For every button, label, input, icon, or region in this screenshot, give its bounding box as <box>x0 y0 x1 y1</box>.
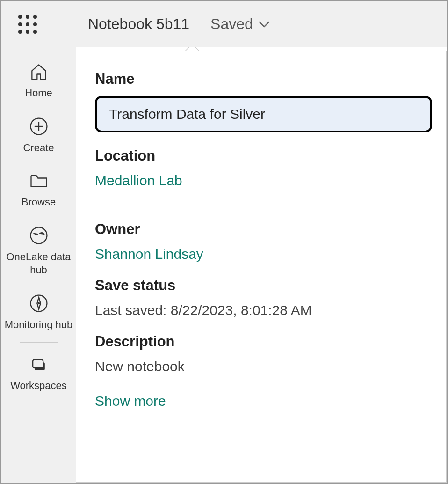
sidebar-item-browse[interactable]: Browse <box>1 169 76 209</box>
sidebar-item-label: Workspaces <box>7 379 70 393</box>
sidebar-item-onelake[interactable]: OneLake data hub <box>1 224 76 277</box>
svg-point-5 <box>37 302 40 305</box>
svg-point-3 <box>30 227 47 243</box>
saved-status-dropdown[interactable]: Saved <box>201 15 270 33</box>
title-area: Notebook 5b11 Saved <box>88 13 270 36</box>
main-area: Home Create Browse OneLake data hub <box>1 47 447 483</box>
workspaces-icon <box>28 353 50 375</box>
owner-value-link[interactable]: Shannon Lindsay <box>95 246 432 262</box>
save-status-field-group: Save status Last saved: 8/22/2023, 8:01:… <box>95 277 432 318</box>
svg-rect-7 <box>33 359 43 367</box>
sidebar-item-label: Monitoring hub <box>2 318 76 332</box>
panel-pointer <box>185 47 200 52</box>
saved-label: Saved <box>210 15 253 33</box>
save-status-label: Save status <box>95 277 432 294</box>
sidebar-item-label: Browse <box>19 196 58 209</box>
sidebar: Home Create Browse OneLake data hub <box>1 47 76 483</box>
sidebar-item-home[interactable]: Home <box>1 60 76 100</box>
location-field-group: Location Medallion Lab <box>95 147 432 189</box>
sidebar-item-label: OneLake data hub <box>1 250 76 277</box>
panel-divider <box>95 204 432 204</box>
show-more-link[interactable]: Show more <box>95 393 166 409</box>
app-launcher-icon[interactable] <box>16 13 39 36</box>
description-field-group: Description New notebook <box>95 333 432 374</box>
name-input[interactable] <box>95 96 432 132</box>
name-field-group: Name <box>95 71 432 132</box>
sidebar-item-create[interactable]: Create <box>1 115 76 155</box>
location-label: Location <box>95 147 432 164</box>
sidebar-item-label: Home <box>22 87 55 100</box>
chevron-down-icon <box>259 21 270 28</box>
sidebar-item-workspaces[interactable]: Workspaces <box>1 353 76 393</box>
home-icon <box>28 60 50 83</box>
details-panel: Name Location Medallion Lab Owner Shanno… <box>76 51 447 483</box>
save-status-value: Last saved: 8/22/2023, 8:01:28 AM <box>95 302 432 318</box>
compass-icon <box>28 292 50 315</box>
name-label: Name <box>95 71 432 88</box>
owner-label: Owner <box>95 221 432 238</box>
sidebar-item-monitoring[interactable]: Monitoring hub <box>1 292 76 332</box>
sidebar-divider <box>20 342 58 343</box>
top-bar: Notebook 5b11 Saved <box>1 1 447 47</box>
location-value-link[interactable]: Medallion Lab <box>95 173 432 189</box>
owner-field-group: Owner Shannon Lindsay <box>95 221 432 262</box>
notebook-title[interactable]: Notebook 5b11 <box>88 15 201 33</box>
folder-icon <box>28 169 50 192</box>
onelake-icon <box>28 224 50 247</box>
description-value: New notebook <box>95 359 432 374</box>
sidebar-item-label: Create <box>20 141 57 155</box>
description-label: Description <box>95 333 432 350</box>
plus-circle-icon <box>28 115 50 138</box>
